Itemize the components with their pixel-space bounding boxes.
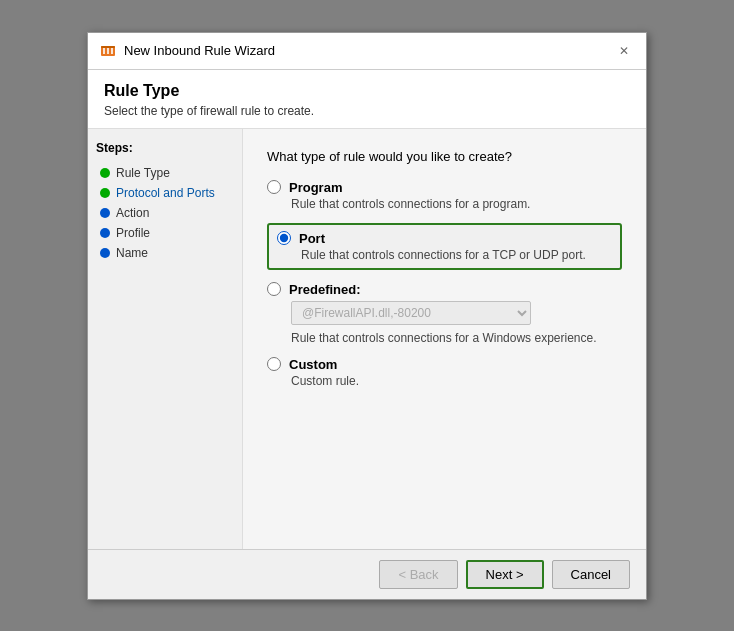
svg-rect-3: [111, 48, 113, 54]
radio-port[interactable]: [277, 231, 291, 245]
back-button[interactable]: < Back: [379, 560, 457, 589]
option-program-desc: Rule that controls connections for a pro…: [291, 197, 622, 211]
main-question: What type of rule would you like to crea…: [267, 149, 622, 164]
option-group: Program Rule that controls connections f…: [267, 180, 622, 388]
page-title: Rule Type: [104, 82, 630, 100]
option-custom-desc: Custom rule.: [291, 374, 622, 388]
close-button[interactable]: ✕: [614, 41, 634, 61]
sidebar-label-action: Action: [116, 206, 149, 220]
svg-rect-1: [103, 48, 105, 54]
wizard-header: Rule Type Select the type of firewall ru…: [88, 70, 646, 129]
sidebar-item-name[interactable]: Name: [96, 243, 234, 263]
step-dot-name: [100, 248, 110, 258]
sidebar-item-rule-type[interactable]: Rule Type: [96, 163, 234, 183]
radio-program[interactable]: [267, 180, 281, 194]
svg-rect-2: [107, 48, 109, 54]
main-panel: What type of rule would you like to crea…: [243, 129, 646, 549]
option-program-row: Program: [267, 180, 622, 195]
option-custom-label: Custom: [289, 357, 337, 372]
step-dot-profile: [100, 228, 110, 238]
sidebar-label-protocol-ports: Protocol and Ports: [116, 186, 215, 200]
sidebar-item-action[interactable]: Action: [96, 203, 234, 223]
step-dot-action: [100, 208, 110, 218]
option-predefined: Predefined: @FirewallAPI.dll,-80200 Rule…: [267, 282, 622, 345]
option-predefined-desc: Rule that controls connections for a Win…: [291, 331, 622, 345]
cancel-button[interactable]: Cancel: [552, 560, 630, 589]
sidebar: Steps: Rule Type Protocol and Ports Acti…: [88, 129, 243, 549]
radio-predefined[interactable]: [267, 282, 281, 296]
option-custom-row: Custom: [267, 357, 622, 372]
sidebar-label-name: Name: [116, 246, 148, 260]
sidebar-label-profile: Profile: [116, 226, 150, 240]
option-program-label: Program: [289, 180, 342, 195]
wizard-content: Steps: Rule Type Protocol and Ports Acti…: [88, 129, 646, 549]
window-title: New Inbound Rule Wizard: [124, 43, 275, 58]
wizard-footer: < Back Next > Cancel: [88, 549, 646, 599]
option-port: Port Rule that controls connections for …: [267, 223, 622, 270]
steps-label: Steps:: [96, 141, 234, 155]
next-button[interactable]: Next >: [466, 560, 544, 589]
step-dot-protocol-ports: [100, 188, 110, 198]
option-custom: Custom Custom rule.: [267, 357, 622, 388]
sidebar-label-rule-type: Rule Type: [116, 166, 170, 180]
option-port-desc: Rule that controls connections for a TCP…: [301, 248, 612, 262]
option-port-label: Port: [299, 231, 325, 246]
sidebar-item-profile[interactable]: Profile: [96, 223, 234, 243]
option-predefined-row: Predefined:: [267, 282, 622, 297]
option-predefined-label: Predefined:: [289, 282, 361, 297]
radio-custom[interactable]: [267, 357, 281, 371]
svg-rect-4: [101, 46, 115, 48]
option-port-row: Port: [277, 231, 612, 246]
title-bar-left: New Inbound Rule Wizard: [100, 43, 275, 59]
sidebar-item-protocol-ports[interactable]: Protocol and Ports: [96, 183, 234, 203]
option-program: Program Rule that controls connections f…: [267, 180, 622, 211]
predefined-dropdown[interactable]: @FirewallAPI.dll,-80200: [291, 301, 531, 325]
title-bar: New Inbound Rule Wizard ✕: [88, 33, 646, 70]
wizard-window: New Inbound Rule Wizard ✕ Rule Type Sele…: [87, 32, 647, 600]
firewall-icon: [100, 43, 116, 59]
step-dot-rule-type: [100, 168, 110, 178]
page-subtitle: Select the type of firewall rule to crea…: [104, 104, 630, 118]
